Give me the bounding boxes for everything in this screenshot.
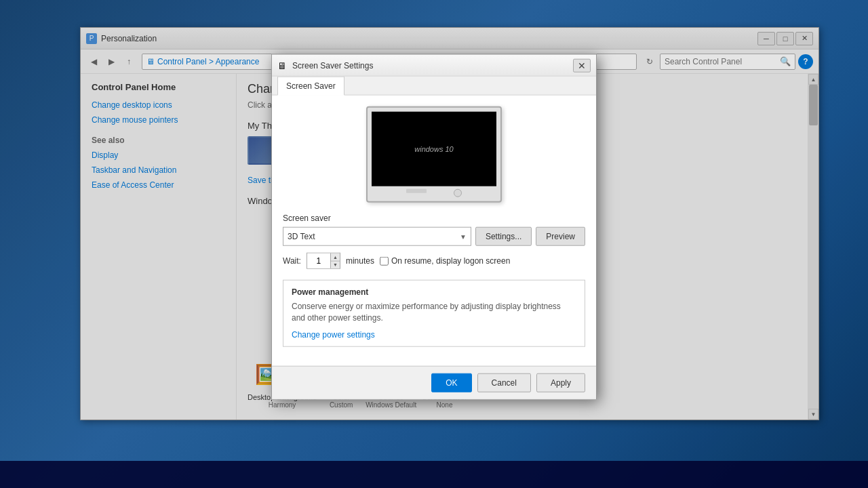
dialog-icon: 🖥 [277, 60, 288, 70]
wait-spinbox[interactable]: ▲ ▼ [307, 253, 340, 269]
resume-checkbox[interactable] [380, 256, 389, 265]
monitor-base [372, 189, 496, 197]
monitor-stand-left [406, 189, 427, 193]
dropdown-arrow-icon: ▼ [460, 232, 467, 240]
wait-controls: Wait: ▲ ▼ minutes On resume, display log… [283, 253, 585, 269]
wait-input[interactable] [307, 253, 330, 268]
power-management-section: Power management Conserve energy or maxi… [283, 280, 585, 347]
apply-button[interactable]: Apply [536, 373, 585, 392]
desktop: P Personalization ─ □ ✕ ◀ ▶ ↑ 🖥 Control … [0, 0, 868, 488]
screen-saver-dialog: 🖥 Screen Saver Settings ✕ Screen Saver w… [271, 54, 597, 400]
monitor-frame: windows 10 [366, 106, 502, 203]
power-management-desc: Conserve energy or maximize performance … [292, 301, 576, 324]
dialog-titlebar: 🖥 Screen Saver Settings ✕ [272, 55, 596, 77]
resume-label: On resume, display logon screen [391, 256, 510, 266]
monitor-screen-text: windows 10 [414, 145, 453, 153]
tab-screen-saver[interactable]: Screen Saver [277, 77, 344, 96]
dialog-title: Screen Saver Settings [292, 60, 373, 70]
screensaver-dropdown[interactable]: 3D Text ▼ [283, 227, 471, 246]
screensaver-section-label: Screen saver [283, 214, 585, 223]
monitor-screen: windows 10 [372, 112, 496, 186]
spin-up-button[interactable]: ▲ [331, 253, 340, 262]
dropdown-selected-value: 3D Text [288, 232, 315, 241]
screensaver-controls: 3D Text ▼ Settings... Preview [283, 227, 585, 246]
resume-checkbox-container: On resume, display logon screen [380, 256, 510, 266]
dialog-tabs: Screen Saver [272, 77, 596, 96]
change-power-settings-link[interactable]: Change power settings [292, 329, 375, 339]
settings-button[interactable]: Settings... [475, 227, 532, 246]
ok-button[interactable]: OK [431, 373, 471, 392]
monitor-button [454, 189, 462, 197]
preview-button[interactable]: Preview [536, 227, 585, 246]
cancel-button[interactable]: Cancel [477, 373, 531, 392]
preview-container: windows 10 [283, 106, 585, 203]
dialog-buttons: OK Cancel Apply [272, 365, 596, 399]
dialog-close-button[interactable]: ✕ [573, 58, 591, 72]
dialog-titlebar-left: 🖥 Screen Saver Settings [277, 60, 373, 70]
spin-buttons: ▲ ▼ [330, 253, 340, 268]
power-management-title: Power management [292, 287, 576, 297]
minutes-label: minutes [346, 256, 374, 266]
wait-label: Wait: [283, 256, 301, 266]
dialog-content: windows 10 Screen saver 3D Text ▼ Settin… [272, 96, 596, 366]
spin-down-button[interactable]: ▼ [331, 261, 340, 268]
